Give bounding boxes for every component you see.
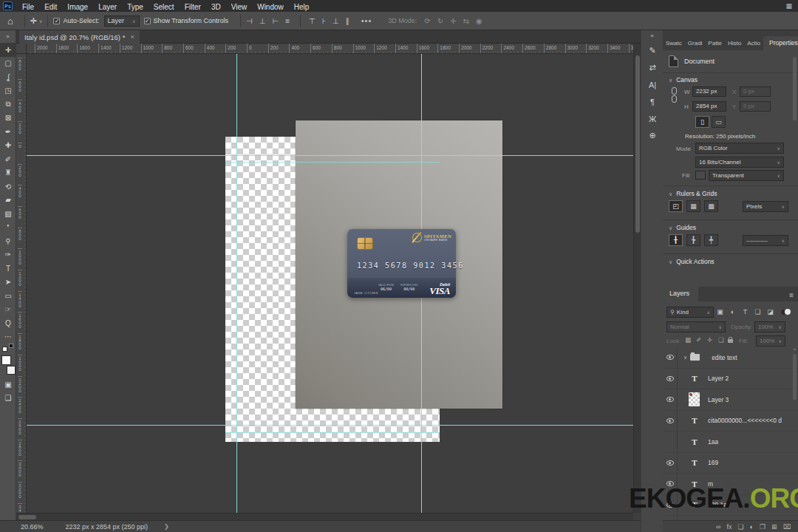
hand-tool[interactable]: ☞ xyxy=(0,303,16,317)
link-layers-icon[interactable]: ∞ xyxy=(716,523,720,531)
horizontal-guide[interactable] xyxy=(27,155,633,156)
status-options-icon[interactable]: ❯ xyxy=(164,523,169,530)
new-group-icon[interactable]: ❐ xyxy=(760,523,765,531)
guide-style-dropdown[interactable]: ————∨ xyxy=(743,235,788,246)
brush-tool[interactable]: ✐ xyxy=(0,152,16,166)
layers-fill-field[interactable]: 100%∨ xyxy=(756,335,785,347)
layer-visibility-cell[interactable] xyxy=(663,432,678,452)
filter-adjustment-layers-icon[interactable]: ◐ xyxy=(726,308,739,316)
chevron-down-icon[interactable]: ∨ xyxy=(683,355,687,361)
move-tool[interactable]: ✛ xyxy=(0,43,16,57)
toggle-rulers-button[interactable]: ◰ xyxy=(669,200,683,212)
lock-guides-icon[interactable]: ╊ xyxy=(686,234,700,246)
quick-mask-icon[interactable]: ▣ xyxy=(0,378,16,392)
blend-mode-dropdown[interactable]: Normal∨ xyxy=(666,321,726,332)
menu-file[interactable]: File xyxy=(17,3,39,11)
libraries-panel-icon[interactable]: ⊕ xyxy=(641,127,664,144)
filter-toggle-switch[interactable] xyxy=(781,310,791,315)
new-layer-icon[interactable]: ⊞ xyxy=(771,523,777,531)
layers-menu-icon[interactable]: ≡ xyxy=(789,291,798,301)
tab-actio[interactable]: Actio xyxy=(744,37,763,50)
healing-brush-tool[interactable]: ✚ xyxy=(0,139,16,153)
layer-visibility-cell[interactable] xyxy=(663,369,678,389)
horizontal-guide[interactable] xyxy=(27,425,633,426)
credit-card-layer[interactable]: SPITAMEN ОНЛАЙН BANK 1234 5678 9012 3456… xyxy=(347,229,456,298)
path-selection-tool[interactable]: ➤ xyxy=(0,276,16,290)
history-brush-tool[interactable]: ⟲ xyxy=(0,180,16,194)
collapse-tools-icon[interactable]: » xyxy=(0,30,16,43)
align-bottom-edges-icon[interactable]: ≡ xyxy=(285,17,290,25)
menu-type[interactable]: Type xyxy=(122,3,149,11)
crop-tool[interactable]: ⧉ xyxy=(0,98,16,112)
edit-toolbar-icon[interactable]: ⋯ xyxy=(0,330,16,344)
portrait-orientation-button[interactable]: ▯ xyxy=(695,116,709,128)
eye-icon[interactable] xyxy=(666,418,674,423)
horizontal-guide-short[interactable] xyxy=(225,432,440,433)
layer-visibility-cell[interactable] xyxy=(663,411,678,432)
tab-patte[interactable]: Patte xyxy=(705,37,725,50)
properties-scrollbar-thumb[interactable] xyxy=(793,57,797,120)
vertical-ruler[interactable]: 8006004002000200400600800100012001400160… xyxy=(16,54,27,513)
layer-row[interactable]: T1aa xyxy=(663,432,798,453)
marquee-tool[interactable]: ▢ xyxy=(0,57,16,71)
default-colors-icon[interactable] xyxy=(2,344,14,352)
horizontal-guide-short[interactable] xyxy=(225,162,440,163)
distribute-bottom-edges-icon[interactable]: ⊥ xyxy=(332,17,339,25)
align-horizontal-centers-icon[interactable]: ⊥ xyxy=(259,17,266,25)
clone-stamp-tool[interactable]: ♜ xyxy=(0,166,16,180)
zoom-level-field[interactable]: 20.66% xyxy=(21,523,44,531)
distribute-top-edges-icon[interactable]: ⊤ xyxy=(309,17,316,25)
lock-transparent-icon[interactable]: ▦ xyxy=(685,336,691,344)
horizontal-ruler[interactable]: 2000180016001400120010008006004002000200… xyxy=(27,44,633,54)
height-field[interactable]: 2854 px xyxy=(692,101,726,112)
link-dimensions-icon[interactable] xyxy=(671,86,677,109)
vertical-scrollbar[interactable] xyxy=(633,44,641,513)
eye-icon[interactable] xyxy=(666,460,674,466)
eye-icon[interactable] xyxy=(666,376,674,381)
width-field[interactable]: 2232 px xyxy=(692,86,726,97)
canvas-area[interactable]: SPITAMEN ОНЛАЙН BANK 1234 5678 9012 3456… xyxy=(27,54,633,513)
scroll-up-icon[interactable]: ˄ xyxy=(792,347,797,352)
canvas-section-header[interactable]: ∨Canvas xyxy=(669,76,698,83)
rectangle-tool[interactable]: ▭ xyxy=(0,289,16,303)
background-color-swatch[interactable] xyxy=(7,366,16,375)
document-tab[interactable]: Italy id.psd @ 20.7% (RGB/16) * × xyxy=(19,30,140,44)
distribute-horizontal-icon[interactable]: ∥ xyxy=(346,17,349,25)
ruler-units-dropdown[interactable]: Pixels∨ xyxy=(743,201,788,212)
character-panel-icon[interactable]: A| xyxy=(641,76,664,93)
menu-3d[interactable]: 3D xyxy=(206,3,226,11)
frame-tool[interactable]: ⊠ xyxy=(0,112,16,126)
menu-window[interactable]: Window xyxy=(252,3,289,11)
filter-shape-layers-icon[interactable]: ❏ xyxy=(751,308,764,316)
auto-select-target-dropdown[interactable]: Layer ∨ xyxy=(104,16,140,27)
properties-scrollbar[interactable] xyxy=(793,54,797,268)
tab-properties[interactable]: Properties xyxy=(763,36,798,50)
more-options-icon[interactable]: ••• xyxy=(361,16,372,25)
menu-select[interactable]: Select xyxy=(149,3,180,11)
horizontal-scrollbar[interactable] xyxy=(16,513,633,520)
history-panel-icon[interactable]: ✎ xyxy=(641,42,664,59)
eye-icon[interactable] xyxy=(666,397,674,402)
object-selection-tool[interactable]: ◳ xyxy=(0,84,16,98)
layer-row[interactable]: Tcita0000000...<<<<<<<0 d xyxy=(663,411,798,432)
menu-layer[interactable]: Layer xyxy=(93,3,122,11)
filter-smart-objects-icon[interactable]: ◪ xyxy=(764,308,777,316)
layer-effects-icon[interactable]: fx xyxy=(726,523,732,531)
quick-actions-section-header[interactable]: ∨Quick Actions xyxy=(669,258,715,265)
workspace-layout-icon[interactable]: ▦ xyxy=(785,2,792,10)
align-right-edges-icon[interactable]: ⊢ xyxy=(273,17,279,25)
fill-dropdown[interactable]: Transparent∨ xyxy=(709,170,784,181)
expand-panels-icon[interactable]: » xyxy=(641,30,663,42)
opacity-field[interactable]: 100%∨ xyxy=(754,321,785,332)
foreground-color-swatch[interactable] xyxy=(1,355,11,365)
rulers-grids-section-header[interactable]: ∨Rulers & Grids xyxy=(669,190,717,197)
menu-filter[interactable]: Filter xyxy=(180,3,206,11)
filter-kind-dropdown[interactable]: ⚲Kind ∨ xyxy=(666,307,714,318)
menu-edit[interactable]: Edit xyxy=(39,3,62,11)
fill-swatch[interactable] xyxy=(695,171,706,180)
distribute-vertical-centers-icon[interactable]: ⊦ xyxy=(322,17,326,25)
eraser-tool[interactable]: ▰ xyxy=(0,194,16,208)
filter-type-layers-icon[interactable]: T xyxy=(739,308,751,316)
show-transform-checkbox[interactable]: ✓ xyxy=(144,18,151,24)
layer-row[interactable]: TLayer 2 xyxy=(663,369,798,390)
